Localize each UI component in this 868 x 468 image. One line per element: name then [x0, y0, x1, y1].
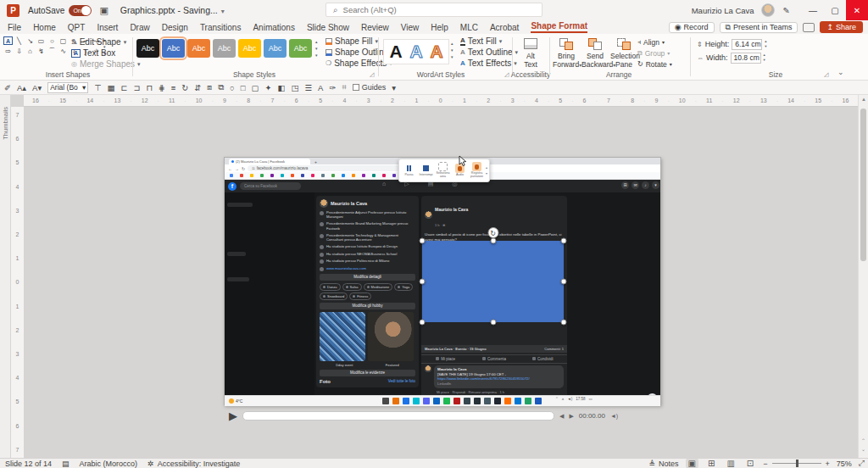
wordart-style-outline[interactable]: A — [406, 42, 426, 62]
autosave-toggle[interactable]: On — [69, 5, 92, 16]
tab-draw[interactable]: Draw — [130, 23, 149, 32]
recorder-pause-button[interactable]: Pausa — [401, 164, 417, 177]
selection-pane-button[interactable]: SelectionPane — [610, 36, 637, 70]
thumbnails-pane-collapsed[interactable]: Thumbnails — [0, 95, 11, 458]
align-object-left-icon[interactable]: ⊏ — [120, 83, 127, 92]
guides-checkbox[interactable]: Guides — [353, 83, 387, 92]
zoom-out-icon[interactable]: − — [763, 460, 767, 468]
spell-check-icon[interactable]: ▤ — [62, 460, 70, 468]
shape-glyph-5[interactable]: ▢ — [58, 36, 69, 46]
flip-vertical-icon[interactable]: ⇵ — [194, 83, 201, 92]
selection-handle[interactable] — [420, 279, 426, 285]
distribute-horizontally-icon[interactable]: ⋕ — [159, 83, 165, 92]
shape-fill-icon[interactable]: ◧ — [278, 83, 286, 92]
zoom-slider[interactable]: − + — [763, 460, 830, 468]
size-dialog-launcher[interactable]: ◿ — [824, 71, 828, 78]
toolbar-overflow-icon[interactable]: ▾ — [392, 83, 396, 92]
shape-effects-icon[interactable]: ✦ — [265, 83, 272, 92]
accessibility-checker[interactable]: ✲Accessibility: Investigate — [147, 460, 240, 468]
previous-slide-icon[interactable]: ⌃ — [861, 437, 865, 443]
slide-sorter-view-button[interactable]: ⊞ — [705, 459, 717, 468]
text-direction-icon[interactable]: ⊤ — [94, 83, 101, 92]
fit-to-window-icon[interactable]: ⤢ — [859, 459, 865, 468]
shape-styles-scroll[interactable]: ▴▾▾ — [315, 39, 318, 58]
send-backward-icon[interactable]: ⧈ — [207, 82, 212, 92]
tab-acrobat[interactable]: Acrobat — [490, 23, 519, 32]
shape-style-swatch-3[interactable]: Abc — [213, 39, 236, 58]
scrollbar-thumb[interactable] — [860, 109, 866, 261]
selection-handle[interactable] — [561, 279, 567, 285]
zoom-in-icon[interactable]: + — [826, 460, 830, 468]
shape-style-swatch-2[interactable]: Abc — [187, 39, 210, 58]
insert-chart-icon[interactable]: ▦ — [107, 83, 114, 92]
font-name-select[interactable]: Arial (Bo▾ — [47, 82, 88, 93]
rectangle-shape-fill[interactable] — [422, 241, 564, 322]
bring-forward-button[interactable]: BringForward▾ — [553, 36, 580, 70]
tab-insert[interactable]: Insert — [97, 23, 118, 32]
align-object-right-icon[interactable]: ⊐ — [133, 83, 140, 92]
collapse-ribbon-chevron[interactable]: ⌄ — [837, 68, 844, 76]
selection-handle[interactable] — [490, 320, 496, 326]
text-effects-button[interactable]: AText Effects▾ — [460, 58, 518, 69]
height-stepper[interactable]: ▴▾ — [765, 40, 766, 48]
text-outline-button[interactable]: AText Outline▾ — [460, 47, 518, 58]
reading-view-button[interactable]: ▥ — [724, 459, 737, 468]
selected-shape[interactable]: ↻ — [422, 241, 564, 322]
slide-number-indicator[interactable]: Slide 12 of 14 — [5, 460, 52, 468]
language-indicator[interactable]: Arabic (Morocco) — [80, 460, 138, 468]
move-forward-button[interactable]: ▶ — [569, 413, 573, 420]
font-color-icon[interactable]: A — [318, 83, 323, 92]
eyedropper-icon[interactable]: ✑ — [329, 83, 336, 92]
move-back-button[interactable]: ◀ — [559, 413, 564, 420]
format-painter-icon[interactable]: ✐ — [4, 83, 11, 92]
decrease-font-size-icon[interactable]: A▾ — [32, 83, 42, 92]
horizontal-ruler[interactable]: 16·15·14·13·12·11·10·9·8·7·6·5·4·3·2·1·0… — [24, 95, 858, 107]
width-input[interactable]: 10.8 cm — [731, 53, 761, 64]
align-button[interactable]: ⫞Align▾ — [637, 36, 672, 47]
shape-style-swatch-5[interactable]: Abc — [264, 39, 287, 58]
shape-glyph-2[interactable]: ↘ — [25, 36, 36, 46]
tab-transitions[interactable]: Transitions — [200, 23, 242, 32]
rotate-button[interactable]: ↻Rotate▾ — [637, 58, 672, 70]
width-stepper[interactable]: ▴▾ — [764, 53, 765, 62]
shape-outline-icon[interactable]: ◳ — [292, 83, 299, 92]
shape-glyph-1[interactable]: ╲ — [14, 36, 25, 46]
tab-shape-format[interactable]: Shape Format — [531, 21, 587, 33]
notes-button[interactable]: ≜Notes — [649, 460, 679, 468]
close-button[interactable]: ✕ — [846, 0, 868, 20]
tab-file[interactable]: File — [8, 23, 21, 32]
selection-pane-icon[interactable]: ⌗ — [342, 82, 346, 92]
media-progress-bar[interactable] — [242, 411, 554, 421]
play-button[interactable]: ▶ — [229, 410, 237, 422]
record-button[interactable]: ◉Record — [669, 22, 715, 33]
tab-view[interactable]: View — [401, 23, 420, 32]
selection-handle[interactable] — [490, 238, 496, 244]
selection-handle[interactable] — [420, 320, 426, 326]
shape-style-swatch-0[interactable]: Abc — [136, 39, 159, 58]
shape-glyph-10[interactable]: ⇩ — [14, 46, 25, 56]
recorder-scroll[interactable]: ▴▾ — [486, 165, 487, 176]
save-icon[interactable]: ▣ — [99, 5, 108, 16]
pen-icon[interactable]: ✎ — [783, 6, 790, 15]
document-title[interactable]: Graphics.pptx - Saving...▾ — [120, 5, 225, 15]
comments-icon[interactable] — [803, 23, 815, 32]
user-avatar[interactable] — [761, 3, 775, 17]
send-backward-button[interactable]: SendBackward▾ — [581, 36, 609, 70]
tab-slide-show[interactable]: Slide Show — [307, 23, 349, 32]
alt-text-button[interactable]: AltText — [517, 36, 544, 70]
vertical-scrollbar[interactable]: ▲ ⌃ ⌄ — [858, 95, 868, 458]
shape-glyph-12[interactable]: ↯ — [36, 46, 47, 56]
next-slide-icon[interactable]: ⌄ — [861, 446, 865, 452]
recorder-select-area-button[interactable]: Seleziona area — [435, 162, 451, 179]
wordart-style-plain[interactable]: A — [386, 42, 406, 62]
tab-qpt[interactable]: QPT — [68, 23, 86, 32]
normal-view-button[interactable]: ▣ — [686, 459, 698, 468]
shape-glyph-14[interactable]: ∿ — [58, 46, 69, 56]
tab-mlc[interactable]: MLC — [460, 23, 478, 32]
tab-design[interactable]: Design — [162, 23, 188, 32]
bring-forward-icon[interactable]: ⧉ — [218, 82, 224, 92]
mute-button[interactable]: ◄) — [610, 413, 618, 419]
wordart-gallery-scroll[interactable]: ▴▾▾ — [451, 41, 453, 59]
zoom-level[interactable]: 75% — [837, 460, 852, 468]
slideshow-button[interactable]: ⊡ — [744, 459, 756, 468]
